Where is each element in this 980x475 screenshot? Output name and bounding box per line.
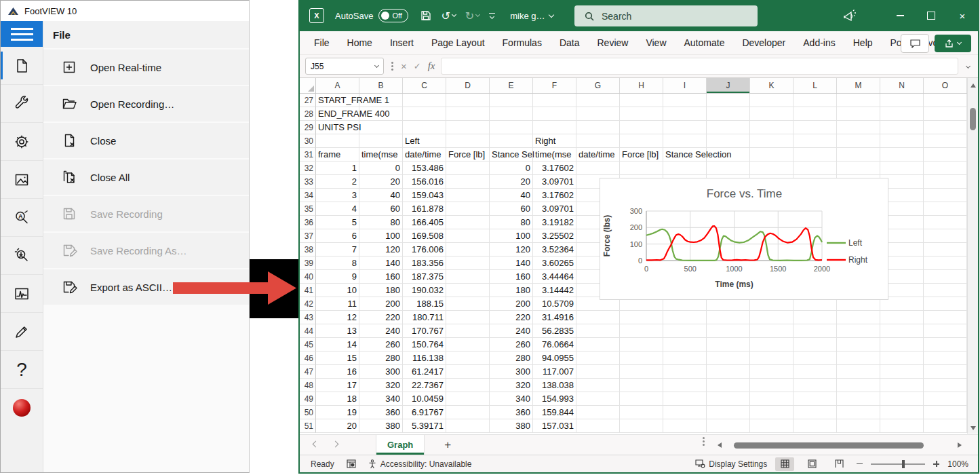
cell-D27[interactable] <box>446 94 490 107</box>
cell-F27[interactable] <box>533 94 576 107</box>
cell-B39[interactable]: 140 <box>359 256 403 270</box>
column-header-F[interactable]: F <box>533 78 576 93</box>
cell-O40[interactable] <box>924 270 967 284</box>
cell-G50[interactable] <box>576 406 620 419</box>
search-box[interactable]: Search <box>574 5 758 26</box>
cell-I49[interactable] <box>663 392 707 406</box>
coming-soon-icon[interactable] <box>842 9 857 22</box>
column-header-H[interactable]: H <box>620 78 663 93</box>
cell-N49[interactable] <box>880 392 924 406</box>
cell-L46[interactable] <box>793 352 837 365</box>
menu-item-close-all[interactable]: Close All <box>43 159 249 195</box>
maximize-button[interactable] <box>916 0 947 31</box>
cell-B46[interactable]: 280 <box>359 352 403 365</box>
row-header-42[interactable]: 42 <box>300 297 316 311</box>
cell-O37[interactable] <box>924 229 967 243</box>
row-header-37[interactable]: 37 <box>300 229 316 243</box>
cell-E33[interactable]: 20 <box>490 175 533 189</box>
cell-D41[interactable] <box>446 284 490 297</box>
cell-I30[interactable] <box>663 134 707 148</box>
cell-L47[interactable] <box>793 365 837 379</box>
page-break-view-button[interactable] <box>829 457 848 471</box>
cell-C45[interactable]: 150.764 <box>403 338 446 352</box>
save-icon[interactable] <box>420 10 431 21</box>
cell-L50[interactable] <box>793 406 837 419</box>
cell-C42[interactable]: 188.15 <box>403 297 446 311</box>
redo-button[interactable]: ↻ <box>465 10 479 22</box>
cell-C34[interactable]: 159.043 <box>403 189 446 202</box>
scroll-down-icon[interactable] <box>971 426 976 430</box>
name-box[interactable]: J55 <box>305 58 384 75</box>
row-header-46[interactable]: 46 <box>300 352 316 365</box>
cell-A33[interactable]: 2 <box>316 175 359 189</box>
cell-C31[interactable]: date/time <box>403 148 446 162</box>
cell-F29[interactable] <box>533 121 576 134</box>
insert-function-icon[interactable]: fx <box>428 60 435 72</box>
cell-J49[interactable] <box>707 392 750 406</box>
add-sheet-button[interactable]: + <box>434 435 461 455</box>
share-button[interactable] <box>935 35 971 52</box>
cell-G29[interactable] <box>576 121 620 134</box>
column-header-M[interactable]: M <box>837 78 880 93</box>
cell-A48[interactable]: 17 <box>316 379 359 392</box>
cell-C35[interactable]: 161.878 <box>403 202 446 216</box>
prev-sheet-icon[interactable] <box>313 440 319 447</box>
cell-B33[interactable]: 20 <box>359 175 403 189</box>
cell-H47[interactable] <box>620 365 663 379</box>
column-header-J[interactable]: J <box>707 78 750 93</box>
cell-K48[interactable] <box>750 379 793 392</box>
cell-I51[interactable] <box>663 419 707 433</box>
cell-H31[interactable]: Force [lb] <box>620 148 663 162</box>
cell-C28[interactable] <box>403 107 446 121</box>
cell-F35[interactable]: 3.09701 <box>533 202 576 216</box>
cell-C27[interactable] <box>403 94 446 107</box>
cell-M50[interactable] <box>837 406 880 419</box>
cell-F38[interactable]: 3.52364 <box>533 243 576 256</box>
cell-O45[interactable] <box>924 338 967 352</box>
cell-M32[interactable] <box>837 162 880 175</box>
cell-H30[interactable] <box>620 134 663 148</box>
cell-E35[interactable]: 60 <box>490 202 533 216</box>
cell-F30[interactable]: Right <box>533 134 576 148</box>
cell-J43[interactable] <box>707 311 750 324</box>
cell-F45[interactable]: 76.0664 <box>533 338 576 352</box>
cell-M44[interactable] <box>837 324 880 338</box>
cell-M27[interactable] <box>837 94 880 107</box>
cell-A51[interactable]: 20 <box>316 419 359 433</box>
cell-A44[interactable]: 13 <box>316 324 359 338</box>
cell-K49[interactable] <box>750 392 793 406</box>
row-header-39[interactable]: 39 <box>300 256 316 270</box>
cell-O38[interactable] <box>924 243 967 256</box>
scroll-up-icon[interactable] <box>971 83 976 88</box>
cell-B29[interactable] <box>359 121 403 134</box>
cell-E28[interactable] <box>490 107 533 121</box>
cell-E51[interactable]: 380 <box>490 419 533 433</box>
ribbon-tab-review[interactable]: Review <box>589 31 638 54</box>
cell-L49[interactable] <box>793 392 837 406</box>
cell-E41[interactable]: 180 <box>490 284 533 297</box>
display-settings-button[interactable]: Display Settings <box>695 459 767 469</box>
cell-N43[interactable] <box>880 311 924 324</box>
cell-F40[interactable]: 3.44464 <box>533 270 576 284</box>
cell-A42[interactable]: 11 <box>316 297 359 311</box>
cell-N50[interactable] <box>880 406 924 419</box>
page-layout-view-button[interactable] <box>802 457 821 471</box>
cell-G45[interactable] <box>576 338 620 352</box>
cell-A34[interactable]: 3 <box>316 189 359 202</box>
cell-B41[interactable]: 180 <box>359 284 403 297</box>
cell-A46[interactable]: 15 <box>316 352 359 365</box>
sidebar-item-document[interactable] <box>1 47 43 84</box>
cell-E29[interactable] <box>490 121 533 134</box>
excel-app-icon[interactable]: X <box>309 8 324 23</box>
cell-D34[interactable] <box>446 189 490 202</box>
cell-K29[interactable] <box>750 121 793 134</box>
cell-E46[interactable]: 280 <box>490 352 533 365</box>
cell-N29[interactable] <box>880 121 924 134</box>
next-sheet-icon[interactable] <box>332 440 339 447</box>
cell-D39[interactable] <box>446 256 490 270</box>
cell-C29[interactable] <box>403 121 446 134</box>
cell-C44[interactable]: 170.767 <box>403 324 446 338</box>
cell-D36[interactable] <box>446 216 490 229</box>
cell-F32[interactable]: 3.17602 <box>533 162 576 175</box>
cell-E49[interactable]: 340 <box>490 392 533 406</box>
